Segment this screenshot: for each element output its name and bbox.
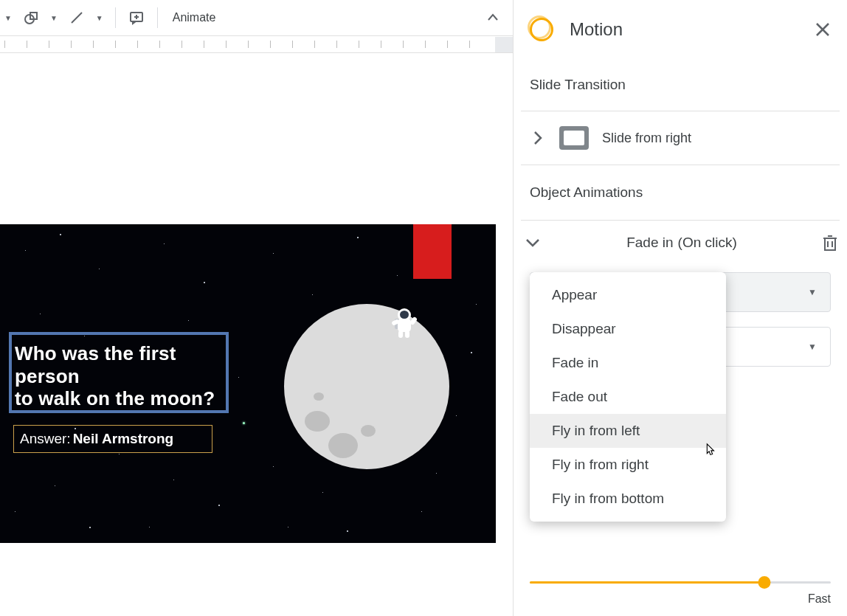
dropdown-caret-icon-2: ▼ [808,342,817,352]
chevron-right-icon [530,130,546,146]
red-rectangle[interactable] [413,224,452,279]
question-line-2: to walk on the moon? [15,387,223,410]
svg-rect-8 [825,238,835,250]
ruler-margin [495,37,513,53]
speed-label-fast: Fast [808,592,831,606]
animation-type-dropdown: Appear Disappear Fade in Fade out Fly in… [530,272,726,522]
moon-graphic[interactable] [284,304,449,469]
answer-value: Neil Armstrong [71,431,174,447]
comment-tool-icon[interactable] [125,6,148,30]
slide-icon [559,126,589,150]
line-tool-icon[interactable] [65,6,89,30]
slide-transition-header: Slide Transition [514,59,847,111]
dropdown-option-fade-out[interactable]: Fade out [530,380,726,414]
answer-text-box[interactable]: Answer: Neil Armstrong [13,425,212,453]
slide-canvas[interactable]: Who was the first person to walk on the … [0,224,496,543]
dropdown-option-fly-in-bottom[interactable]: Fly in from bottom [530,482,726,516]
panel-title: Motion [570,19,815,40]
animation-name: Fade in [626,235,673,251]
question-text-box[interactable]: Who was the first person to walk on the … [9,332,229,413]
animation-item-row[interactable]: Fade in (On click) [514,221,847,265]
tool-dropdown-caret-3[interactable]: ▼ [93,14,106,22]
animation-label-wrap: Fade in (On click) [553,235,810,251]
astronaut-graphic[interactable] [393,308,417,338]
delete-animation-button[interactable] [822,234,838,252]
toolbar-separator-2 [157,7,158,28]
animation-controls: ▼ ▼ Appear Disappear Fade in Fade out Fl… [514,265,847,367]
question-line-1: Who was the first person [15,342,223,387]
answer-label: Answer: [20,431,71,447]
toolbar: ▼ ▼ ▼ Animate [0,0,513,35]
tool-dropdown-caret-2[interactable]: ▼ [47,14,60,22]
motion-panel: Motion Slide Transition Slide from right… [513,0,847,616]
shape-tool-icon[interactable] [19,6,43,30]
slider-thumb[interactable] [758,576,771,589]
dropdown-caret-icon: ▼ [808,287,817,297]
tool-dropdown-caret-1[interactable]: ▼ [1,14,15,22]
toolbar-separator [115,7,116,28]
chevron-down-icon [524,234,542,252]
pointer-cursor-icon [702,441,718,459]
ruler [0,35,513,53]
dropdown-option-fly-in-left[interactable]: Fly in from left [530,414,726,448]
motion-icon [530,18,553,41]
svg-line-2 [72,13,82,23]
object-animations-header: Object Animations [514,165,847,220]
collapse-toolbar-icon[interactable] [485,10,500,25]
slider-fill [530,581,764,584]
animation-trigger: (On click) [678,235,737,251]
animate-button[interactable]: Animate [167,6,222,30]
slider-track[interactable] [530,581,831,584]
transition-name: Slide from right [602,131,691,146]
close-panel-button[interactable] [815,21,831,38]
dropdown-option-appear[interactable]: Appear [530,278,726,312]
dropdown-option-fly-in-right[interactable]: Fly in from right [530,448,726,482]
transition-row[interactable]: Slide from right [514,111,847,165]
panel-header: Motion [514,0,847,59]
dropdown-option-fade-in[interactable]: Fade in [530,346,726,380]
speed-slider[interactable] [530,581,831,584]
dropdown-option-disappear[interactable]: Disappear [530,312,726,346]
